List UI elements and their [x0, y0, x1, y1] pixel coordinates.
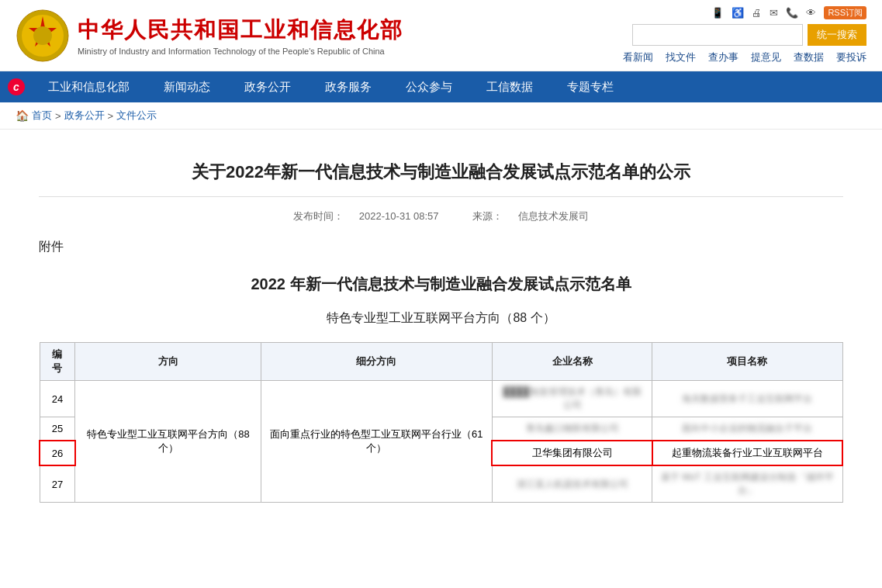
nav-data[interactable]: 工信数据 — [469, 71, 550, 102]
col-direction: 方向 — [75, 343, 261, 381]
breadcrumb-home[interactable]: 首页 — [32, 109, 52, 123]
cell-project: 面向中小企业的物流融合子平台 — [652, 417, 842, 441]
header-right: 📱 ♿ 🖨 ✉ 📞 👁 RSS订阅 统一搜索 看新闻 找文件 查办事 提意见 查… — [623, 6, 866, 64]
weibo-icon[interactable]: 👁 — [806, 7, 816, 19]
search-input[interactable] — [632, 24, 803, 46]
cell-company: 青岛鑫口物联有限公司 — [492, 417, 652, 441]
blurred-company-27: 浙江某人机器技术有限公司 — [517, 479, 628, 489]
cell-subdivision: 面向重点行业的特色型工业互联网平台行业（61 个） — [261, 381, 492, 503]
cell-company-highlighted: 卫华集团有限公司 — [492, 441, 652, 465]
cell-company: ████制造管理技术（青岛）有限公司 — [492, 381, 652, 417]
quick-opinions[interactable]: 提意见 — [751, 50, 781, 64]
search-button[interactable]: 统一搜索 — [808, 24, 866, 46]
logo-text-block: 中华人民共和国工业和信息化部 Ministry of Industry and … — [78, 16, 403, 56]
col-subdivision: 细分方向 — [261, 343, 492, 381]
blurred-project-27: 基于 MoT 工业互联网建设分制造「循环平台」 — [661, 472, 833, 496]
quick-data[interactable]: 查数据 — [794, 50, 824, 64]
nav-news[interactable]: 新闻动态 — [147, 71, 227, 102]
doc-subtitle: 特色专业型工业互联网平台方向（88 个） — [39, 310, 843, 327]
breadcrumb-sep1: > — [55, 110, 61, 122]
source-label: 来源： — [472, 210, 503, 222]
page-header: 中华人民共和国工业和信息化部 Ministry of Industry and … — [0, 0, 882, 71]
nav-logo-text: c — [13, 81, 19, 93]
mobile-icon[interactable]: 📱 — [711, 7, 724, 19]
nav-bar: c 工业和信息化部 新闻动态 政务公开 政务服务 公众参与 工信数据 专题专栏 — [0, 71, 882, 102]
table-header-row: 编号 方向 细分方向 企业名称 项目名称 — [40, 343, 842, 381]
col-id: 编号 — [40, 343, 75, 381]
quick-complaints[interactable]: 要投诉 — [836, 50, 866, 64]
logo-en: Ministry of Industry and Information Tec… — [78, 47, 403, 56]
email-icon[interactable]: ✉ — [770, 7, 778, 19]
search-row: 统一搜索 — [632, 24, 866, 46]
nav-public[interactable]: 公众参与 — [389, 71, 469, 102]
logo-area: 中华人民共和国工业和信息化部 Ministry of Industry and … — [16, 9, 403, 63]
home-icon: 🏠 — [16, 109, 29, 122]
cell-project-highlighted: 起重物流装备行业工业互联网平台 — [652, 441, 842, 465]
phone-icon[interactable]: 📞 — [786, 7, 798, 19]
data-table: 编号 方向 细分方向 企业名称 项目名称 24 特色专业型工业互联网平台方向（8… — [39, 342, 843, 503]
quick-affairs[interactable]: 查办事 — [708, 50, 738, 64]
cell-company: 浙江某人机器技术有限公司 — [492, 465, 652, 503]
accessibility-icon[interactable]: ♿ — [732, 7, 744, 19]
print-icon[interactable]: 🖨 — [752, 7, 762, 19]
cell-id: 24 — [40, 381, 75, 417]
logo-emblem — [16, 9, 70, 63]
main-content: 关于2022年新一代信息技术与制造业融合发展试点示范名单的公示 发布时间：202… — [0, 130, 882, 546]
blurred-company-25: 青岛鑫口物联有限公司 — [526, 423, 619, 434]
blurred-company-24: ████制造管理技术（青岛）有限公司 — [503, 386, 642, 410]
logo-cn: 中华人民共和国工业和信息化部 — [78, 16, 403, 45]
attachment-label: 附件 — [39, 239, 843, 255]
breadcrumb-sep2: > — [108, 110, 114, 122]
doc-title: 2022 年新一代信息技术与制造业融合发展试点示范名单 — [39, 274, 843, 295]
cell-project: 海关数据营务子工业互联网平台 — [652, 381, 842, 417]
source: 信息技术发展司 — [518, 210, 589, 222]
table-wrapper: 编号 方向 细分方向 企业名称 项目名称 24 特色专业型工业互联网平台方向（8… — [39, 342, 843, 503]
header-icons: 📱 ♿ 🖨 ✉ 📞 👁 RSS订阅 — [711, 6, 866, 19]
pub-time: 2022-10-31 08:57 — [359, 210, 439, 222]
cell-id: 26 — [40, 441, 75, 465]
quick-news[interactable]: 看新闻 — [623, 50, 653, 64]
breadcrumb-item1[interactable]: 政务公开 — [64, 109, 105, 123]
table-row: 24 特色专业型工业互联网平台方向（88 个） 面向重点行业的特色型工业互联网平… — [40, 381, 842, 417]
nav-services[interactable]: 政务服务 — [308, 71, 389, 102]
nav-miit[interactable]: 工业和信息化部 — [31, 71, 147, 102]
col-company: 企业名称 — [492, 343, 652, 381]
breadcrumb: 🏠 首页 > 政务公开 > 文件公示 — [0, 102, 882, 130]
col-project: 项目名称 — [652, 343, 842, 381]
cell-project: 基于 MoT 工业互联网建设分制造「循环平台」 — [652, 465, 842, 503]
nav-affairs[interactable]: 政务公开 — [227, 71, 308, 102]
quick-links: 看新闻 找文件 查办事 提意见 查数据 要投诉 — [623, 50, 866, 64]
nav-logo: c — [8, 78, 25, 95]
cell-id: 27 — [40, 465, 75, 503]
rss-badge[interactable]: RSS订阅 — [824, 6, 866, 19]
article-meta: 发布时间：2022-10-31 08:57 来源：信息技术发展司 — [39, 209, 843, 223]
quick-docs[interactable]: 找文件 — [666, 50, 696, 64]
breadcrumb-item2[interactable]: 文件公示 — [116, 109, 157, 123]
blurred-project-24: 海关数据营务子工业互联网平台 — [682, 393, 812, 404]
nav-special[interactable]: 专题专栏 — [550, 71, 631, 102]
svg-point-3 — [33, 26, 52, 45]
cell-id: 25 — [40, 417, 75, 441]
cell-direction: 特色专业型工业互联网平台方向（88 个） — [75, 381, 261, 503]
pub-label: 发布时间： — [293, 210, 344, 222]
article-title: 关于2022年新一代信息技术与制造业融合发展试点示范名单的公示 — [39, 161, 843, 197]
blurred-project-25: 面向中小企业的物流融合子平台 — [682, 423, 812, 434]
